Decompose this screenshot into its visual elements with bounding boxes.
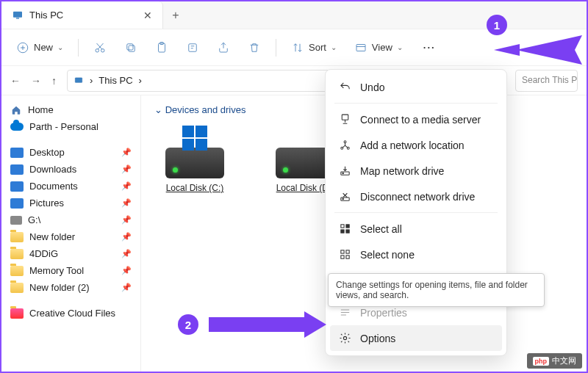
back-button[interactable]: ←: [10, 75, 21, 87]
sidebar-item-label: Documents: [29, 181, 78, 192]
rename-button[interactable]: [179, 37, 207, 59]
cc-icon: [10, 308, 24, 319]
svg-rect-9: [189, 43, 197, 51]
pin-icon: 📌: [121, 283, 132, 292]
view-icon: [354, 41, 368, 54]
folder-icon: [10, 283, 24, 293]
view-button[interactable]: View ⌄: [347, 37, 410, 59]
menu-disconnect-drive[interactable]: Disconnect network drive: [330, 184, 502, 209]
context-menu: Undo Connect to a media server Add a net…: [325, 69, 507, 356]
sort-button[interactable]: Sort ⌄: [284, 37, 344, 59]
menu-label: Map network drive: [360, 165, 444, 177]
close-icon[interactable]: ✕: [143, 10, 152, 21]
menu-label: Options: [360, 333, 395, 344]
annotation-arrow-1: [494, 35, 582, 67]
sidebar-item-newfolder2[interactable]: New folder (2)📌: [4, 279, 137, 296]
rename-icon: [186, 41, 199, 54]
sidebar-item-desktop[interactable]: Desktop📌: [4, 144, 137, 161]
svg-rect-5: [129, 46, 135, 51]
svg-rect-20: [341, 225, 344, 228]
menu-add-network-location[interactable]: Add a network location: [330, 132, 502, 158]
windows-icon: [182, 126, 207, 151]
new-button[interactable]: New ⌄: [9, 37, 71, 59]
sidebar-item-label: Downloads: [29, 164, 76, 175]
delete-button[interactable]: [240, 37, 268, 59]
menu-label: Undo: [360, 82, 384, 93]
sidebar-item-newfolder[interactable]: New folder📌: [4, 228, 137, 245]
sidebar-item-gdrive[interactable]: G:\📌: [4, 211, 137, 228]
folder-icon: [10, 249, 24, 259]
pin-icon: 📌: [121, 181, 132, 191]
sidebar-item-label: G:\: [28, 214, 40, 225]
sort-icon: [291, 41, 304, 54]
svg-point-19: [343, 198, 343, 199]
sidebar-item-label: Memory Tool: [29, 265, 84, 276]
sidebar-item-memory[interactable]: Memory Tool📌: [4, 262, 137, 279]
menu-separator: [334, 103, 498, 104]
svg-rect-10: [356, 44, 365, 51]
menu-select-none[interactable]: Select none: [330, 242, 502, 267]
svg-marker-35: [209, 311, 326, 338]
paste-icon: [155, 41, 168, 54]
menu-label: Disconnect network drive: [360, 191, 475, 203]
menu-label: Properties: [360, 307, 407, 319]
menu-options[interactable]: Options: [330, 325, 502, 351]
pin-icon: 📌: [121, 148, 132, 157]
drive-label: Local Disk (C:): [166, 183, 224, 193]
sidebar-item-documents[interactable]: Documents📌: [4, 178, 137, 195]
drive-c[interactable]: Local Disk (C:): [154, 126, 235, 193]
chevron-down-icon: ⌄: [57, 43, 63, 51]
sidebar-item-pictures[interactable]: Pictures📌: [4, 195, 137, 211]
menu-media-server[interactable]: Connect to a media server: [330, 106, 502, 132]
sidebar-item-4ddig[interactable]: 4DDiG📌: [4, 245, 137, 262]
map-drive-icon: [339, 164, 351, 177]
sidebar-item-downloads[interactable]: Downloads📌: [4, 161, 137, 178]
sidebar-item-label: Creative Cloud Files: [29, 308, 115, 319]
copy-icon: [124, 41, 137, 54]
documents-icon: [10, 181, 24, 192]
sidebar-item-ccf[interactable]: Creative Cloud Files: [4, 305, 137, 322]
tab-title: This PC: [29, 10, 63, 21]
address-sep: ›: [139, 75, 142, 86]
sidebar-item-home[interactable]: Home: [4, 101, 137, 118]
sidebar-item-label: Parth - Personal: [29, 121, 98, 132]
svg-point-3: [96, 48, 99, 52]
annotation-badge-2: 2: [178, 314, 198, 335]
chevron-down-icon: ⌄: [397, 43, 403, 51]
sidebar-item-onedrive[interactable]: Parth - Personal: [4, 118, 137, 135]
tab-this-pc[interactable]: This PC ✕: [1, 1, 163, 29]
sort-label: Sort: [309, 42, 326, 53]
chevron-down-icon: ⌄: [331, 43, 337, 51]
sidebar-item-label: Home: [28, 104, 54, 115]
grid-icon: [339, 222, 351, 235]
more-button[interactable]: ···: [413, 37, 446, 57]
search-input[interactable]: Search This PC: [515, 70, 578, 92]
svg-rect-22: [341, 230, 344, 233]
add-tab-button[interactable]: +: [163, 9, 188, 22]
sidebar: Home Parth - Personal Desktop📌 Downloads…: [1, 95, 141, 372]
disconnect-icon: [339, 190, 351, 203]
svg-rect-25: [346, 250, 349, 253]
share-button[interactable]: [209, 37, 237, 59]
svg-rect-0: [13, 11, 22, 17]
cloud-icon: [10, 123, 24, 131]
svg-rect-11: [75, 77, 82, 82]
up-button[interactable]: ↑: [51, 75, 57, 87]
forward-button[interactable]: →: [31, 75, 41, 87]
cut-button[interactable]: [86, 37, 114, 59]
sidebar-item-label: 4DDiG: [29, 248, 58, 259]
svg-point-4: [101, 48, 105, 52]
menu-select-all[interactable]: Select all: [330, 216, 502, 242]
media-icon: [339, 113, 351, 126]
svg-rect-23: [346, 230, 349, 233]
menu-label: Select none: [360, 249, 415, 261]
svg-point-13: [344, 141, 346, 143]
menu-map-drive[interactable]: Map network drive: [330, 158, 502, 184]
pin-icon: 📌: [121, 215, 132, 225]
sidebar-item-label: Desktop: [29, 147, 65, 158]
svg-rect-26: [341, 256, 344, 258]
copy-button[interactable]: [117, 37, 145, 59]
pin-icon: 📌: [121, 266, 132, 275]
paste-button[interactable]: [148, 37, 176, 59]
menu-undo[interactable]: Undo: [330, 74, 502, 100]
